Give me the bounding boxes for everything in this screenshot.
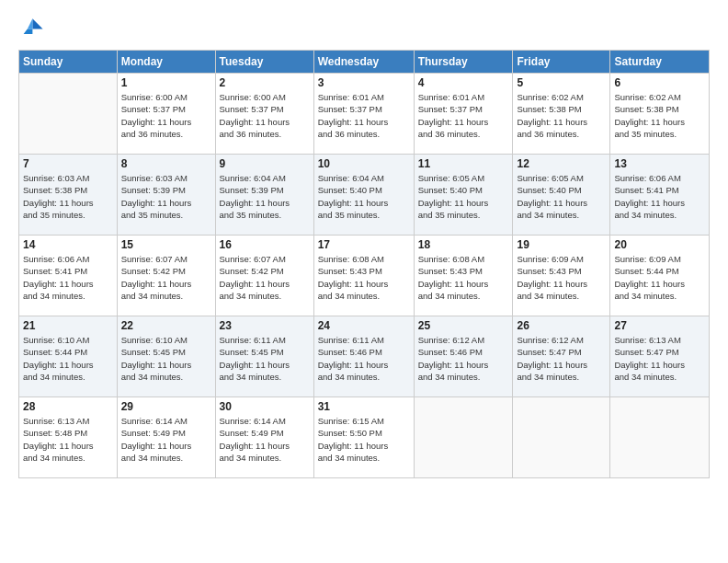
day-info: Sunrise: 6:07 AM Sunset: 5:42 PM Dayligh… <box>121 253 211 302</box>
svg-marker-0 <box>32 18 42 29</box>
calendar-week-5: 28Sunrise: 6:13 AM Sunset: 5:48 PM Dayli… <box>19 397 710 478</box>
calendar-cell: 5Sunrise: 6:02 AM Sunset: 5:38 PM Daylig… <box>513 74 610 155</box>
day-info: Sunrise: 6:07 AM Sunset: 5:42 PM Dayligh… <box>220 253 310 302</box>
day-number: 28 <box>23 400 113 413</box>
calendar-week-4: 21Sunrise: 6:10 AM Sunset: 5:44 PM Dayli… <box>19 316 710 397</box>
day-info: Sunrise: 6:13 AM Sunset: 5:47 PM Dayligh… <box>614 334 705 383</box>
day-info: Sunrise: 6:03 AM Sunset: 5:39 PM Dayligh… <box>121 172 211 221</box>
calendar-cell: 21Sunrise: 6:10 AM Sunset: 5:44 PM Dayli… <box>19 316 118 397</box>
calendar-cell: 18Sunrise: 6:08 AM Sunset: 5:43 PM Dayli… <box>414 236 513 316</box>
day-number: 7 <box>23 157 113 170</box>
day-info: Sunrise: 6:06 AM Sunset: 5:41 PM Dayligh… <box>614 172 705 221</box>
day-info: Sunrise: 6:11 AM Sunset: 5:45 PM Dayligh… <box>220 334 310 383</box>
calendar-cell: 17Sunrise: 6:08 AM Sunset: 5:43 PM Dayli… <box>313 236 414 316</box>
header <box>18 15 710 40</box>
calendar-cell: 16Sunrise: 6:07 AM Sunset: 5:42 PM Dayli… <box>215 236 313 316</box>
col-tuesday: Tuesday <box>215 51 313 74</box>
calendar-cell <box>610 397 710 478</box>
day-number: 29 <box>121 400 211 413</box>
day-info: Sunrise: 6:12 AM Sunset: 5:46 PM Dayligh… <box>418 334 509 383</box>
calendar-week-1: 1Sunrise: 6:00 AM Sunset: 5:37 PM Daylig… <box>19 74 710 155</box>
day-info: Sunrise: 6:01 AM Sunset: 5:37 PM Dayligh… <box>318 91 410 140</box>
day-number: 13 <box>614 157 705 170</box>
calendar-cell: 7Sunrise: 6:03 AM Sunset: 5:38 PM Daylig… <box>19 155 118 236</box>
day-number: 8 <box>121 157 211 170</box>
day-info: Sunrise: 6:10 AM Sunset: 5:44 PM Dayligh… <box>23 334 113 383</box>
day-info: Sunrise: 6:00 AM Sunset: 5:37 PM Dayligh… <box>220 91 310 140</box>
calendar-cell: 28Sunrise: 6:13 AM Sunset: 5:48 PM Dayli… <box>19 397 118 478</box>
day-info: Sunrise: 6:03 AM Sunset: 5:38 PM Dayligh… <box>23 172 113 221</box>
day-info: Sunrise: 6:15 AM Sunset: 5:50 PM Dayligh… <box>318 415 410 464</box>
day-number: 12 <box>517 157 606 170</box>
day-number: 23 <box>220 319 310 332</box>
day-info: Sunrise: 6:01 AM Sunset: 5:37 PM Dayligh… <box>418 91 509 140</box>
svg-marker-1 <box>28 18 33 29</box>
logo-icon <box>18 15 44 40</box>
day-info: Sunrise: 6:08 AM Sunset: 5:43 PM Dayligh… <box>318 253 410 302</box>
calendar-cell: 3Sunrise: 6:01 AM Sunset: 5:37 PM Daylig… <box>313 74 414 155</box>
logo <box>18 15 48 40</box>
day-number: 14 <box>23 238 113 251</box>
svg-marker-2 <box>24 29 33 34</box>
day-number: 19 <box>517 238 606 251</box>
day-number: 5 <box>517 76 606 89</box>
calendar-cell: 9Sunrise: 6:04 AM Sunset: 5:39 PM Daylig… <box>215 155 313 236</box>
calendar-week-3: 14Sunrise: 6:06 AM Sunset: 5:41 PM Dayli… <box>19 236 710 316</box>
col-monday: Monday <box>117 51 215 74</box>
day-info: Sunrise: 6:13 AM Sunset: 5:48 PM Dayligh… <box>23 415 113 464</box>
calendar-cell: 24Sunrise: 6:11 AM Sunset: 5:46 PM Dayli… <box>313 316 414 397</box>
day-number: 2 <box>220 76 310 89</box>
header-row: Sunday Monday Tuesday Wednesday Thursday… <box>19 51 710 74</box>
day-info: Sunrise: 6:11 AM Sunset: 5:46 PM Dayligh… <box>318 334 410 383</box>
calendar-cell: 10Sunrise: 6:04 AM Sunset: 5:40 PM Dayli… <box>313 155 414 236</box>
calendar-cell <box>19 74 118 155</box>
day-info: Sunrise: 6:12 AM Sunset: 5:47 PM Dayligh… <box>517 334 606 383</box>
day-number: 26 <box>517 319 606 332</box>
day-number: 18 <box>418 238 509 251</box>
day-number: 16 <box>220 238 310 251</box>
day-number: 21 <box>23 319 113 332</box>
day-info: Sunrise: 6:10 AM Sunset: 5:45 PM Dayligh… <box>121 334 211 383</box>
day-info: Sunrise: 6:04 AM Sunset: 5:40 PM Dayligh… <box>318 172 410 221</box>
calendar-cell: 11Sunrise: 6:05 AM Sunset: 5:40 PM Dayli… <box>414 155 513 236</box>
day-info: Sunrise: 6:08 AM Sunset: 5:43 PM Dayligh… <box>418 253 509 302</box>
day-info: Sunrise: 6:06 AM Sunset: 5:41 PM Dayligh… <box>23 253 113 302</box>
calendar-cell: 14Sunrise: 6:06 AM Sunset: 5:41 PM Dayli… <box>19 236 118 316</box>
calendar-cell: 29Sunrise: 6:14 AM Sunset: 5:49 PM Dayli… <box>117 397 215 478</box>
day-number: 15 <box>121 238 211 251</box>
col-wednesday: Wednesday <box>313 51 414 74</box>
day-number: 24 <box>318 319 410 332</box>
day-number: 6 <box>614 76 705 89</box>
day-info: Sunrise: 6:00 AM Sunset: 5:37 PM Dayligh… <box>121 91 211 140</box>
col-friday: Friday <box>513 51 610 74</box>
calendar-cell: 2Sunrise: 6:00 AM Sunset: 5:37 PM Daylig… <box>215 74 313 155</box>
day-info: Sunrise: 6:14 AM Sunset: 5:49 PM Dayligh… <box>220 415 310 464</box>
day-info: Sunrise: 6:09 AM Sunset: 5:44 PM Dayligh… <box>614 253 705 302</box>
calendar-cell: 12Sunrise: 6:05 AM Sunset: 5:40 PM Dayli… <box>513 155 610 236</box>
calendar-cell: 20Sunrise: 6:09 AM Sunset: 5:44 PM Dayli… <box>610 236 710 316</box>
calendar-cell: 27Sunrise: 6:13 AM Sunset: 5:47 PM Dayli… <box>610 316 710 397</box>
calendar-cell: 8Sunrise: 6:03 AM Sunset: 5:39 PM Daylig… <box>117 155 215 236</box>
day-info: Sunrise: 6:05 AM Sunset: 5:40 PM Dayligh… <box>517 172 606 221</box>
day-number: 17 <box>318 238 410 251</box>
calendar: Sunday Monday Tuesday Wednesday Thursday… <box>18 50 710 478</box>
calendar-cell: 1Sunrise: 6:00 AM Sunset: 5:37 PM Daylig… <box>117 74 215 155</box>
day-number: 22 <box>121 319 211 332</box>
calendar-cell: 6Sunrise: 6:02 AM Sunset: 5:38 PM Daylig… <box>610 74 710 155</box>
calendar-cell: 15Sunrise: 6:07 AM Sunset: 5:42 PM Dayli… <box>117 236 215 316</box>
day-number: 11 <box>418 157 509 170</box>
day-number: 9 <box>220 157 310 170</box>
day-number: 3 <box>318 76 410 89</box>
day-info: Sunrise: 6:02 AM Sunset: 5:38 PM Dayligh… <box>614 91 705 140</box>
calendar-cell: 13Sunrise: 6:06 AM Sunset: 5:41 PM Dayli… <box>610 155 710 236</box>
day-info: Sunrise: 6:04 AM Sunset: 5:39 PM Dayligh… <box>220 172 310 221</box>
day-info: Sunrise: 6:02 AM Sunset: 5:38 PM Dayligh… <box>517 91 606 140</box>
day-number: 30 <box>220 400 310 413</box>
day-number: 31 <box>318 400 410 413</box>
page: Sunday Monday Tuesday Wednesday Thursday… <box>0 0 728 563</box>
col-saturday: Saturday <box>610 51 710 74</box>
day-number: 20 <box>614 238 705 251</box>
calendar-cell: 19Sunrise: 6:09 AM Sunset: 5:43 PM Dayli… <box>513 236 610 316</box>
calendar-cell: 23Sunrise: 6:11 AM Sunset: 5:45 PM Dayli… <box>215 316 313 397</box>
day-number: 10 <box>318 157 410 170</box>
